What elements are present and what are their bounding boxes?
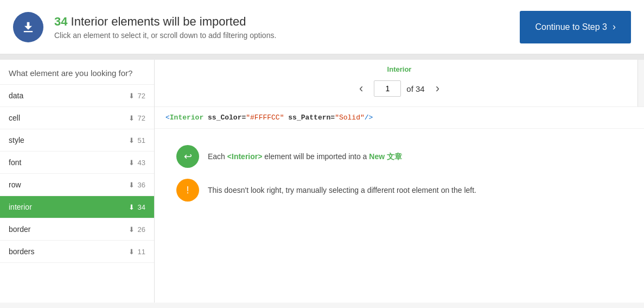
main-content: What element are you looking for? data ⬇…: [0, 60, 644, 303]
sidebar: What element are you looking for? data ⬇…: [0, 60, 155, 303]
header-text: 34 Interior elements will be imported Cl…: [54, 15, 276, 40]
sidebar-item-font[interactable]: font ⬇ 43: [0, 152, 154, 174]
sidebar-item-borders[interactable]: borders ⬇ 11: [0, 241, 154, 263]
sidebar-item-cell[interactable]: cell ⬇ 72: [0, 107, 154, 129]
download-small-icon: ⬇: [129, 248, 135, 256]
sidebar-item-badge: ⬇ 11: [129, 248, 145, 256]
sidebar-item-badge: ⬇ 43: [129, 159, 145, 167]
sidebar-item-badge: ⬇ 72: [129, 114, 145, 122]
download-small-icon: ⬇: [129, 181, 135, 189]
header-subtitle: Click an element to select it, or scroll…: [54, 31, 276, 40]
next-page-button[interactable]: ›: [430, 79, 445, 98]
sidebar-item-count: 11: [138, 248, 145, 256]
interior-tag: <Interior>: [227, 152, 263, 161]
info-text: Each <Interior> element will be imported…: [208, 151, 402, 162]
warning-row: ! This doesn't look right, try manually …: [176, 179, 622, 202]
prev-page-button[interactable]: ‹: [354, 79, 368, 98]
code-val-2: "Solid": [335, 114, 365, 122]
sidebar-item-count: 36: [138, 181, 145, 189]
download-small-icon: ⬇: [129, 92, 135, 100]
sidebar-item-row[interactable]: row ⬇ 36: [0, 174, 154, 196]
sidebar-item-border[interactable]: border ⬇ 26: [0, 218, 154, 241]
header-divider: [0, 54, 644, 60]
code-display: <Interior ss_Color="#FFFFCC" ss_Pattern=…: [155, 107, 644, 129]
download-small-icon: ⬇: [129, 136, 135, 144]
download-small-icon: ⬇: [129, 203, 135, 211]
continue-btn-label: Continue to Step 3: [535, 22, 607, 32]
code-tag-name: Interior: [170, 114, 203, 122]
sidebar-item-count: 26: [138, 225, 145, 234]
scrollbar[interactable]: [637, 60, 644, 106]
sidebar-item-name: cell: [9, 114, 20, 122]
page-number-input[interactable]: [374, 80, 401, 97]
sidebar-item-name: border: [9, 225, 30, 234]
warning-icon: !: [176, 179, 199, 202]
code-attr-2: ss_Pattern=: [288, 114, 335, 122]
sidebar-item-count: 72: [138, 92, 145, 100]
sidebar-item-name: interior: [9, 203, 32, 211]
title-text: Interior elements will be imported: [67, 15, 246, 28]
sidebar-item-badge: ⬇ 72: [129, 92, 145, 100]
sidebar-item-data[interactable]: data ⬇ 72: [0, 85, 154, 107]
sidebar-item-count: 51: [138, 136, 145, 144]
download-small-icon: ⬇: [129, 225, 135, 234]
arrow-icon: ›: [613, 21, 616, 33]
warning-text: This doesn't look right, try manually se…: [208, 185, 476, 196]
continue-button[interactable]: Continue to Step 3 ›: [520, 11, 631, 43]
sidebar-item-interior[interactable]: interior ⬇ 34: [0, 196, 154, 218]
download-icon: [13, 12, 43, 42]
pagination-bar: Interior ‹ of 34 ›: [155, 60, 644, 107]
download-small-icon: ⬇: [129, 114, 135, 122]
header-title: 34 Interior elements will be imported: [54, 15, 276, 29]
header: 34 Interior elements will be imported Cl…: [0, 0, 644, 54]
sidebar-item-style[interactable]: style ⬇ 51: [0, 129, 154, 152]
count-label: 34: [54, 15, 67, 28]
sidebar-item-count: 43: [138, 159, 145, 167]
sidebar-item-name: style: [9, 136, 24, 144]
back-arrow-icon: ↩: [184, 150, 192, 162]
sidebar-item-name: borders: [9, 247, 34, 256]
page-total: of 34: [406, 84, 424, 93]
info-icon: ↩: [176, 145, 199, 168]
sidebar-header: What element are you looking for?: [0, 60, 154, 85]
sidebar-item-badge: ⬇ 34: [129, 203, 145, 211]
pagination-controls: ‹ of 34 ›: [354, 79, 445, 98]
sidebar-item-badge: ⬇ 26: [129, 225, 145, 234]
download-small-icon: ⬇: [129, 159, 135, 167]
sidebar-item-count: 72: [138, 114, 145, 122]
code-attr-1: ss_Color=: [208, 114, 246, 122]
sidebar-item-badge: ⬇ 51: [129, 136, 145, 144]
right-panel: Interior ‹ of 34 › <Interior ss_Color="#…: [155, 60, 644, 303]
pagination-label: Interior: [387, 65, 412, 73]
info-area: ↩ Each <Interior> element will be import…: [155, 129, 644, 218]
code-val-1: "#FFFFCC": [246, 114, 284, 122]
new-label: New 文章: [369, 152, 402, 161]
sidebar-item-name: data: [9, 91, 23, 100]
code-close-tag: />: [365, 114, 373, 122]
header-left: 34 Interior elements will be imported Cl…: [13, 12, 276, 42]
sidebar-item-count: 34: [138, 203, 145, 211]
code-open-bracket: <: [165, 114, 170, 122]
exclamation-icon: !: [186, 185, 189, 196]
sidebar-item-badge: ⬇ 36: [129, 181, 145, 189]
info-row-message: ↩ Each <Interior> element will be import…: [176, 145, 622, 168]
sidebar-item-name: font: [9, 158, 21, 167]
sidebar-item-name: row: [9, 180, 21, 189]
